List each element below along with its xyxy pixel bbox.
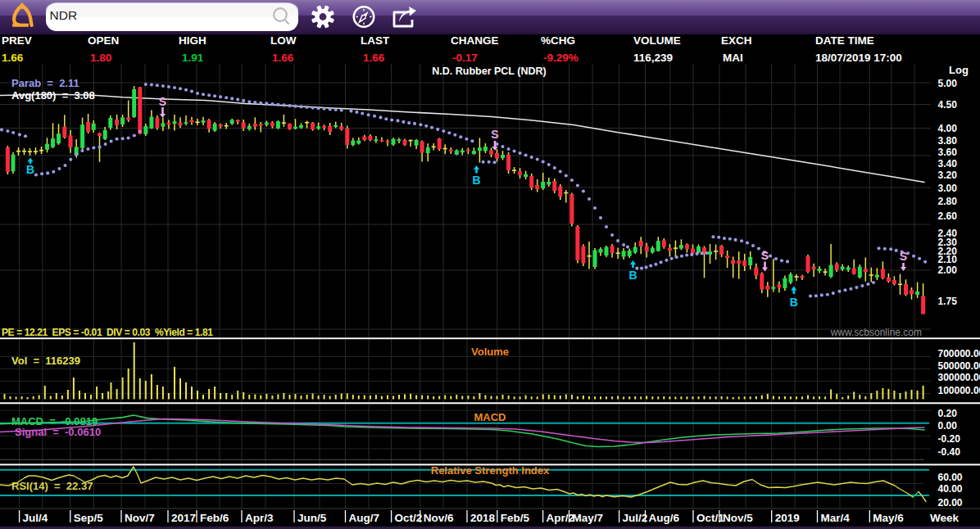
svg-text:PE = 12.21 EPS = -0.01 DIV =: PE = 12.21 EPS = -0.01 DIV = 0.03 %Yield… (2, 327, 213, 338)
svg-text:www.scbsonline.com: www.scbsonline.com (830, 327, 922, 338)
svg-text:Oct/2: Oct/2 (395, 512, 423, 524)
svg-text:500000.00: 500000.00 (938, 360, 980, 372)
svg-text:NDR: NDR (50, 8, 78, 22)
svg-text:VOLUME: VOLUME (633, 34, 681, 47)
svg-text:RSI(14) = 22.37: RSI(14) = 22.37 (11, 480, 93, 492)
svg-text:Sep/5: Sep/5 (74, 512, 104, 524)
svg-text:1.66: 1.66 (272, 52, 294, 64)
svg-text:Nov/5: Nov/5 (723, 512, 753, 524)
svg-text:3.60: 3.60 (938, 147, 958, 158)
svg-text:2018: 2018 (470, 512, 496, 524)
svg-text:Apr/3: Apr/3 (245, 512, 274, 524)
svg-text:B: B (472, 174, 480, 187)
svg-text:Volume: Volume (471, 346, 509, 358)
svg-text:%CHG: %CHG (541, 34, 575, 47)
svg-text:1.75: 1.75 (938, 296, 958, 307)
svg-text:1.66: 1.66 (2, 52, 24, 64)
svg-text:OPEN: OPEN (88, 34, 119, 47)
svg-text:-0.40: -0.40 (938, 446, 961, 458)
svg-text:20.00: 20.00 (938, 497, 963, 509)
svg-text:Jul/4: Jul/4 (23, 512, 48, 524)
svg-text:N.D. Rubber PCL (NDR): N.D. Rubber PCL (NDR) (432, 66, 546, 77)
svg-text:S: S (900, 250, 907, 263)
svg-text:Aug/6: Aug/6 (649, 512, 680, 524)
svg-text:1.80: 1.80 (90, 52, 111, 64)
svg-text:Week: Week (930, 512, 960, 524)
svg-text:2019: 2019 (775, 512, 800, 524)
svg-text:2.00: 2.00 (938, 264, 958, 276)
svg-text:-0.17: -0.17 (452, 52, 478, 64)
svg-text:3.80: 3.80 (938, 135, 958, 147)
svg-text:Nov/6: Nov/6 (424, 512, 454, 524)
svg-text:2.80: 2.80 (938, 196, 958, 207)
svg-text:HIGH: HIGH (179, 34, 206, 47)
svg-text:-9.29%: -9.29% (543, 52, 578, 64)
svg-text:1.66: 1.66 (363, 52, 385, 64)
svg-text:Log: Log (949, 64, 969, 76)
svg-text:2.10: 2.10 (938, 254, 958, 265)
svg-text:Feb/5: Feb/5 (501, 512, 530, 524)
svg-text:5.00: 5.00 (938, 78, 958, 89)
svg-text:LOW: LOW (270, 34, 297, 47)
svg-text:Feb/6: Feb/6 (200, 512, 229, 524)
svg-text:B: B (628, 269, 637, 282)
svg-text:S: S (159, 95, 166, 108)
svg-text:DATE TIME: DATE TIME (815, 34, 874, 47)
svg-text:116,239: 116,239 (633, 52, 673, 64)
svg-text:May/7: May/7 (573, 512, 604, 524)
svg-text:700000.00: 700000.00 (938, 348, 980, 359)
svg-text:Parab = 2.11: Parab = 2.11 (11, 77, 79, 89)
svg-text:0.00: 0.00 (938, 420, 958, 432)
svg-text:CHANGE: CHANGE (451, 34, 499, 47)
svg-text:Vol = 116239: Vol = 116239 (11, 355, 80, 367)
svg-text:100000.00: 100000.00 (938, 385, 980, 396)
svg-text:Avg(180) = 3.08: Avg(180) = 3.08 (11, 89, 95, 102)
svg-text:4.00: 4.00 (938, 123, 958, 134)
svg-text:-0.20: -0.20 (938, 433, 961, 445)
svg-text:B: B (26, 163, 34, 176)
svg-text:S: S (491, 128, 498, 141)
svg-text:LAST: LAST (361, 34, 390, 47)
svg-text:18/07/2019 17:00: 18/07/2019 17:00 (815, 52, 902, 64)
svg-text:PREV: PREV (2, 34, 32, 47)
svg-text:EXCH: EXCH (721, 34, 752, 47)
svg-text:MACD: MACD (474, 411, 506, 423)
svg-text:S: S (761, 249, 769, 262)
svg-text:MAI: MAI (723, 52, 743, 64)
svg-text:3.00: 3.00 (938, 183, 958, 194)
svg-text:2.60: 2.60 (938, 210, 958, 222)
svg-text:1.91: 1.91 (182, 52, 204, 64)
svg-text:300000.00: 300000.00 (938, 372, 980, 383)
svg-text:Mar/4: Mar/4 (821, 512, 851, 524)
svg-text:Apr/2: Apr/2 (547, 512, 575, 524)
svg-text:Jun/5: Jun/5 (297, 512, 327, 524)
svg-text:3.20: 3.20 (938, 170, 958, 181)
svg-text:Relative Strength Index: Relative Strength Index (431, 464, 550, 477)
svg-text:Signal = -0.0610: Signal = -0.0610 (15, 426, 101, 438)
svg-text:B: B (790, 296, 798, 309)
svg-text:Nov/7: Nov/7 (125, 512, 155, 524)
svg-text:Aug/7: Aug/7 (349, 512, 380, 524)
svg-text:2017: 2017 (171, 512, 196, 524)
svg-text:60.00: 60.00 (938, 472, 963, 483)
svg-text:0.20: 0.20 (938, 408, 958, 419)
svg-text:Oct/1: Oct/1 (696, 512, 724, 524)
svg-text:4.50: 4.50 (938, 99, 958, 111)
svg-text:3.40: 3.40 (938, 158, 958, 170)
svg-text:40.00: 40.00 (938, 483, 963, 495)
svg-text:Jul/2: Jul/2 (623, 512, 648, 524)
svg-text:May/6: May/6 (873, 512, 904, 524)
